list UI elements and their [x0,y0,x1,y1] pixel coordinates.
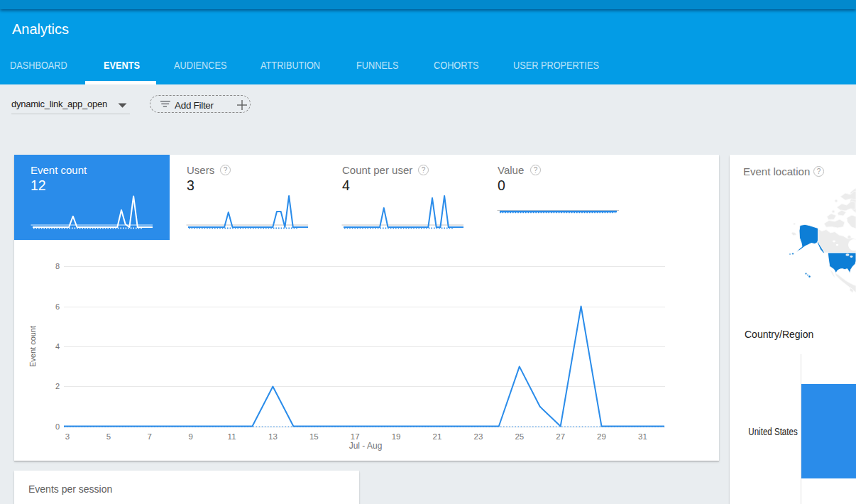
svg-text:Jul - Aug: Jul - Aug [349,441,383,451]
svg-text:7: 7 [148,432,152,441]
svg-text:27: 27 [556,432,565,441]
svg-text:11: 11 [228,432,236,441]
svg-text:19: 19 [392,432,401,441]
svg-text:6: 6 [55,302,60,311]
svg-text:17: 17 [351,432,360,441]
svg-text:3: 3 [65,432,70,441]
svg-text:4: 4 [55,342,60,351]
svg-text:31: 31 [638,432,647,441]
svg-text:8: 8 [55,262,60,270]
svg-text:Event count: Event count [28,326,37,367]
svg-text:29: 29 [597,432,606,441]
svg-text:21: 21 [433,432,442,441]
svg-text:0: 0 [55,422,60,431]
svg-text:2: 2 [55,382,60,390]
svg-text:5: 5 [106,432,111,441]
svg-text:25: 25 [515,432,524,441]
svg-text:15: 15 [309,432,319,441]
svg-text:9: 9 [188,432,192,441]
svg-text:13: 13 [268,432,278,441]
svg-text:23: 23 [474,432,483,441]
